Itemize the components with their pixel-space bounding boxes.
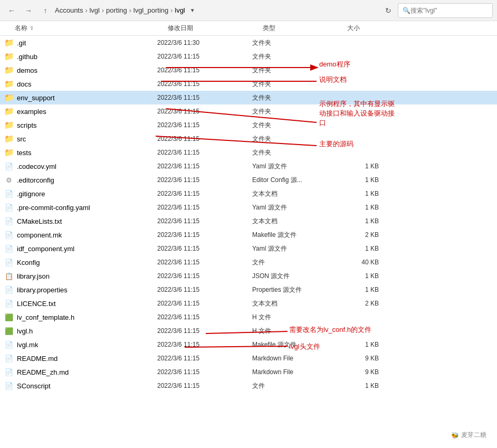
file-name: demos [17,66,37,74]
cell-type: 文件 [252,382,337,390]
table-row[interactable]: component.mk 2022/3/6 11:15 Makefile 源文件… [0,228,497,242]
file-name: .github [17,53,37,61]
table-row[interactable]: lvgl.mk 2022/3/6 11:15 Makefile 源文件 1 KB [0,338,497,351]
cell-size: 1 KB [337,204,379,211]
table-row[interactable]: .pre-commit-config.yaml 2022/3/6 11:15 Y… [0,201,497,214]
folder-icon [4,65,14,75]
column-headers: 名称 ⇧ 修改日期 类型 大小 [0,21,497,36]
cell-type: Yaml 源文件 [252,244,337,253]
cell-type: 文件夹 [252,107,337,116]
cell-date: 2022/3/6 11:15 [157,108,252,115]
cell-date: 2022/3/6 11:15 [157,341,252,348]
table-row[interactable]: LICENCE.txt 2022/3/6 11:15 文本文档 2 KB [0,297,497,310]
file-name: env_support [17,94,55,102]
cell-type: 文件夹 [252,39,337,47]
cell-name: .editorconfig [4,175,157,185]
table-row[interactable]: Kconfig 2022/3/6 11:15 文件 40 KB [0,255,497,269]
cell-type: 文件夹 [252,121,337,130]
cell-name: lvgl.mk [4,340,157,349]
forward-button[interactable]: → [21,3,36,18]
table-row[interactable]: SConscript 2022/3/6 11:15 文件 1 KB [0,379,497,393]
breadcrumb-lvgl-porting[interactable]: lvgl_porting [133,6,169,14]
cell-size: 1 KB [337,341,379,348]
table-row[interactable]: library.properties 2022/3/6 11:15 Proper… [0,283,497,297]
cell-type: Yaml 源文件 [252,203,337,212]
cell-type: Properties 源文件 [252,285,337,294]
table-row[interactable]: .gitignore 2022/3/6 11:15 文本文档 1 KB [0,187,497,201]
table-row[interactable]: CMakeLists.txt 2022/3/6 11:15 文本文档 1 KB [0,214,497,228]
cell-size: 9 KB [337,355,379,362]
folder-icon [4,148,14,157]
file-name: tests [17,149,31,157]
breadcrumb-lvgl1[interactable]: lvgl [89,6,100,14]
table-row[interactable]: lv_conf_template.h 2022/3/6 11:15 H 文件 [0,310,497,324]
cell-type: 文件夹 [252,148,337,157]
table-row[interactable]: tests 2022/3/6 11:15 文件夹 [0,146,497,159]
table-row[interactable]: docs 2022/3/6 11:15 文件夹 [0,77,497,91]
cell-date: 2022/3/6 11:15 [157,94,252,101]
watermark: 🐝 麦芽二糖 [451,431,486,440]
refresh-button[interactable]: ↻ [381,3,396,18]
cell-name: .pre-commit-config.yaml [4,203,157,212]
table-row[interactable]: demos 2022/3/6 11:15 文件夹 [0,63,497,77]
file-name: .editorconfig [17,176,54,184]
col-date-header[interactable]: 修改日期 [168,24,263,33]
cell-type: Markdown File [252,368,337,376]
up-button[interactable]: ↑ [38,3,53,18]
table-row[interactable]: .github 2022/3/6 11:15 文件夹 [0,50,497,63]
table-row[interactable]: .codecov.yml 2022/3/6 11:15 Yaml 源文件 1 K… [0,159,497,173]
table-row[interactable]: examples 2022/3/6 11:15 文件夹 [0,104,497,118]
search-input[interactable] [410,7,484,14]
cell-name: lvgl.h [4,326,157,336]
mk-icon [4,340,14,349]
cell-type: Makefile 源文件 [252,231,337,240]
file-list: .git 2022/3/6 11:30 文件夹 .github 2022/3/6… [0,36,497,393]
table-row[interactable]: library.json 2022/3/6 11:15 JSON 源文件 1 K… [0,269,497,283]
cell-type: 文本文档 [252,189,337,198]
table-row[interactable]: scripts 2022/3/6 11:15 文件夹 [0,118,497,132]
breadcrumb-porting[interactable]: porting [106,6,127,14]
cell-date: 2022/3/6 11:30 [157,39,252,46]
table-row[interactable]: idf_component.yml 2022/3/6 11:15 Yaml 源文… [0,242,497,255]
breadcrumb-dropdown[interactable]: ▼ [187,3,198,18]
cell-name: README_zh.md [4,367,157,377]
cell-date: 2022/3/6 11:15 [157,217,252,225]
search-box[interactable]: 🔍 [398,3,493,18]
table-row[interactable]: env_support 2022/3/6 11:15 文件夹 [0,91,497,104]
cell-name: SConscript [4,381,157,390]
cell-date: 2022/3/6 11:15 [157,149,252,156]
cell-date: 2022/3/6 11:15 [157,53,252,60]
table-row[interactable]: src 2022/3/6 11:15 文件夹 [0,132,497,146]
cell-size: 1 KB [337,286,379,293]
text-icon [4,189,14,198]
cell-type: 文件夹 [252,135,337,144]
back-button[interactable]: ← [4,3,19,18]
cell-name: library.json [4,271,157,281]
table-row[interactable]: README.md 2022/3/6 11:15 Markdown File 9… [0,351,497,365]
cell-type: H 文件 [252,327,337,336]
cell-name: examples [4,107,157,116]
cell-size: 40 KB [337,259,379,266]
text-icon [4,299,14,308]
cell-name: component.mk [4,230,157,240]
file-name: CMakeLists.txt [17,217,62,225]
col-type-header[interactable]: 类型 [263,24,347,33]
cell-name: .github [4,52,157,61]
breadcrumb-accounts[interactable]: Accounts [55,6,83,14]
file-name: src [17,135,26,143]
kconfig-icon [4,258,14,267]
col-name-header[interactable]: 名称 ⇧ [4,24,168,33]
table-row[interactable]: .git 2022/3/6 11:30 文件夹 [0,36,497,50]
search-icon: 🔍 [403,7,410,14]
file-name: .gitignore [17,190,45,198]
table-row[interactable]: README_zh.md 2022/3/6 11:15 Markdown Fil… [0,365,497,379]
json-icon [4,271,14,281]
table-row[interactable]: lvgl.h 2022/3/6 11:15 H 文件 [0,324,497,338]
cell-name: env_support [4,93,157,102]
col-size-header[interactable]: 大小 [347,24,389,33]
cell-name: CMakeLists.txt [4,216,157,226]
cell-name: src [4,134,157,144]
table-row[interactable]: .editorconfig 2022/3/6 11:15 Editor Conf… [0,173,497,187]
cell-size: 1 KB [337,272,379,280]
cell-type: JSON 源文件 [252,272,337,281]
